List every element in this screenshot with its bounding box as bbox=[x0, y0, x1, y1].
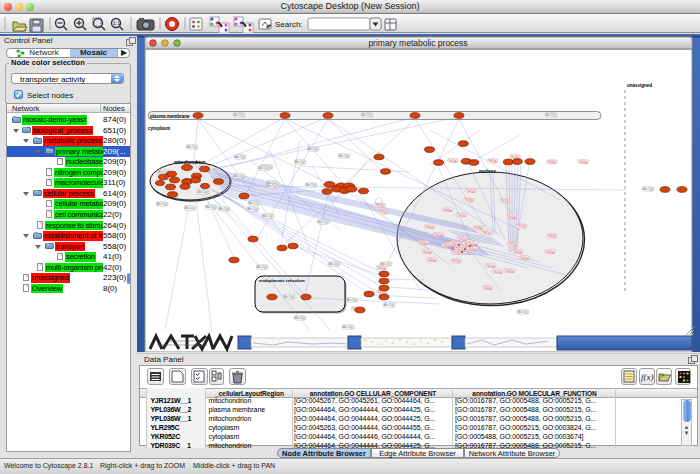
svg-text:Yb2(g): Yb2(g) bbox=[443, 208, 452, 212]
svg-text:Abc1(g): Abc1(g) bbox=[206, 205, 217, 209]
svg-text:Yb2(g): Yb2(g) bbox=[482, 231, 491, 235]
svg-text:Yb2(g): Yb2(g) bbox=[467, 247, 476, 251]
svg-text:Yb2(g): Yb2(g) bbox=[547, 160, 556, 164]
svg-text:Abc1(g): Abc1(g) bbox=[187, 145, 198, 149]
svg-text:mitochondrion: mitochondrion bbox=[174, 160, 206, 165]
svg-text:Yb2(g): Yb2(g) bbox=[464, 198, 473, 202]
svg-text:Abc1(g): Abc1(g) bbox=[234, 174, 245, 178]
svg-text:Yb2(g): Yb2(g) bbox=[488, 159, 497, 163]
svg-text:primary metabolic process: primary metabolic process bbox=[368, 38, 467, 48]
svg-text:Abc1(g): Abc1(g) bbox=[308, 147, 319, 151]
svg-text:Abc1(g): Abc1(g) bbox=[362, 113, 373, 117]
svg-text:Yb2(g): Yb2(g) bbox=[377, 266, 386, 270]
svg-text:Yb2(g): Yb2(g) bbox=[448, 159, 457, 163]
svg-text:1:1: 1:1 bbox=[113, 20, 120, 26]
svg-text:Yb2(g): Yb2(g) bbox=[517, 224, 526, 228]
svg-text:Yb2(g): Yb2(g) bbox=[508, 242, 517, 246]
svg-text:Abc1(g): Abc1(g) bbox=[234, 113, 245, 117]
svg-text:Abc1(g): Abc1(g) bbox=[347, 298, 358, 302]
svg-text:Yb2(g): Yb2(g) bbox=[493, 270, 502, 274]
svg-text:Yb2(g): Yb2(g) bbox=[520, 256, 529, 260]
svg-text:Yb2(g): Yb2(g) bbox=[378, 210, 387, 214]
svg-text:Abc1(g): Abc1(g) bbox=[306, 183, 317, 187]
svg-text:Abc1(g): Abc1(g) bbox=[295, 316, 306, 320]
svg-text:Yb2(g): Yb2(g) bbox=[474, 226, 483, 230]
svg-text:Yb2(g): Yb2(g) bbox=[419, 241, 428, 245]
svg-text:Abc1(g): Abc1(g) bbox=[198, 190, 209, 194]
svg-text:Abc1(g): Abc1(g) bbox=[235, 155, 246, 159]
svg-text:cytoplasm: cytoplasm bbox=[148, 126, 170, 131]
svg-text:Abc1(g): Abc1(g) bbox=[249, 201, 260, 205]
svg-text:Search:: Search: bbox=[275, 20, 303, 29]
svg-text:unassigned: unassigned bbox=[627, 83, 652, 88]
svg-text:Abc1(g): Abc1(g) bbox=[185, 206, 196, 210]
svg-text:Yb2(g): Yb2(g) bbox=[452, 259, 461, 263]
svg-text:Yb2(g): Yb2(g) bbox=[500, 199, 509, 203]
svg-text:Yb2(g): Yb2(g) bbox=[423, 250, 432, 254]
svg-text:plasma membrane: plasma membrane bbox=[150, 114, 190, 119]
svg-text:Yb2(g): Yb2(g) bbox=[546, 250, 555, 254]
svg-text:Yb2(g): Yb2(g) bbox=[507, 215, 516, 219]
svg-text:Yb2(g): Yb2(g) bbox=[442, 243, 451, 247]
svg-text:Abc1(g): Abc1(g) bbox=[259, 166, 270, 170]
svg-text:Abc1(g): Abc1(g) bbox=[343, 325, 354, 329]
svg-text:endoplasmic reticulum: endoplasmic reticulum bbox=[259, 278, 305, 283]
svg-text:Yb2(g): Yb2(g) bbox=[486, 264, 495, 268]
svg-text:Abc1(g): Abc1(g) bbox=[248, 207, 259, 211]
svg-text:Yb2(g): Yb2(g) bbox=[483, 286, 492, 290]
svg-text:Yb2(g): Yb2(g) bbox=[510, 155, 519, 159]
svg-text:Abc1(g): Abc1(g) bbox=[295, 160, 306, 164]
svg-text:Abc1(g): Abc1(g) bbox=[257, 265, 268, 269]
svg-text:Yb2(g): Yb2(g) bbox=[457, 237, 466, 241]
svg-text:Abc1(g): Abc1(g) bbox=[518, 310, 529, 314]
svg-text:Abc1(g): Abc1(g) bbox=[263, 214, 274, 218]
svg-text:Abc1(g): Abc1(g) bbox=[384, 303, 395, 307]
svg-text:Abc1(g): Abc1(g) bbox=[643, 187, 654, 191]
svg-text:Yb2(g): Yb2(g) bbox=[425, 225, 434, 229]
svg-text:Abc1(g): Abc1(g) bbox=[546, 113, 557, 117]
svg-text:Yb2(g): Yb2(g) bbox=[466, 189, 475, 193]
svg-text:Abc1(g): Abc1(g) bbox=[157, 202, 168, 206]
svg-text:Yb2(g): Yb2(g) bbox=[457, 213, 466, 217]
svg-text:Abc1(g): Abc1(g) bbox=[318, 220, 329, 224]
svg-text:Abc1(g): Abc1(g) bbox=[219, 207, 230, 211]
svg-text:Abc1(g): Abc1(g) bbox=[339, 154, 350, 158]
svg-text:Yb2(g): Yb2(g) bbox=[547, 234, 556, 238]
svg-text:Abc1(g): Abc1(g) bbox=[267, 184, 278, 188]
svg-text:Yb2(g): Yb2(g) bbox=[375, 203, 384, 207]
svg-text:Yb2(g): Yb2(g) bbox=[427, 258, 436, 262]
svg-text:Yb2(g): Yb2(g) bbox=[505, 269, 514, 273]
svg-text:f(x): f(x) bbox=[641, 372, 654, 382]
svg-text:Yb2(g): Yb2(g) bbox=[513, 250, 522, 254]
svg-text:Abc1(g): Abc1(g) bbox=[329, 262, 340, 266]
svg-text:Abc1(g): Abc1(g) bbox=[284, 295, 295, 299]
svg-text:Yb2(g): Yb2(g) bbox=[579, 160, 588, 164]
svg-text:Yb2(g): Yb2(g) bbox=[434, 233, 443, 237]
